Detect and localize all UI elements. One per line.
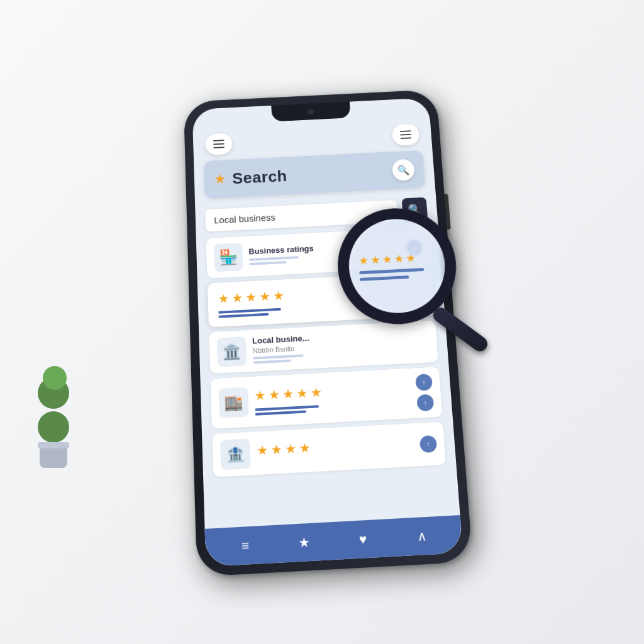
local-biz-info: Local busine... Nbtrbn Bsnllo bbox=[252, 327, 430, 364]
plant-decoration bbox=[38, 377, 69, 468]
bottom-biz-icon-1: 🏬 bbox=[218, 387, 248, 418]
content-area: Local business ▼ 🔍 🏪 bbox=[195, 191, 460, 529]
notch-camera bbox=[308, 109, 314, 115]
b-star-2: ★ bbox=[268, 386, 280, 402]
local-biz-line-2 bbox=[253, 359, 291, 364]
c-star-3: ★ bbox=[284, 441, 297, 457]
b-star-4: ★ bbox=[296, 385, 308, 401]
bottom-biz-left-2: 🏦 ★ ★ ★ ★ bbox=[220, 435, 311, 470]
phone-notch bbox=[271, 102, 350, 122]
stars-card-1[interactable]: ★ ★ ★ ★ ★ bbox=[208, 272, 435, 327]
bottom-biz-left: 🏬 ★ ★ ★ ★ ★ bbox=[218, 383, 323, 418]
bottom-biz-content-2: ★ ★ ★ ★ bbox=[256, 440, 311, 464]
nav-favorites-button[interactable]: ★ bbox=[291, 528, 318, 557]
menu-left-button[interactable] bbox=[205, 133, 233, 155]
ratings-info-button[interactable]: i bbox=[406, 240, 423, 256]
star-4: ★ bbox=[259, 289, 271, 304]
bottom-line-2 bbox=[255, 410, 306, 415]
nav-likes-button[interactable]: ♥ bbox=[349, 525, 377, 553]
search-magnifier-icon: 🔍 bbox=[397, 164, 410, 176]
star-2: ★ bbox=[231, 290, 243, 305]
info-icon: i bbox=[413, 243, 416, 253]
local-business-card[interactable]: 🏛️ Local busine... Nbtrbn Bsnllo bbox=[209, 321, 438, 374]
card1-line-1 bbox=[218, 308, 281, 314]
nav-star-icon: ★ bbox=[298, 534, 311, 551]
c-star-4: ★ bbox=[299, 440, 311, 456]
bottom-biz-icon-2: 🏦 bbox=[220, 438, 251, 470]
nav-menu-button[interactable]: ≡ bbox=[231, 531, 258, 560]
b-star-3: ★ bbox=[282, 386, 294, 401]
b-star-1: ★ bbox=[254, 387, 266, 403]
phone-screen: ★ Search 🔍 Local business ▼ bbox=[192, 97, 464, 567]
c-star-1: ★ bbox=[256, 442, 268, 458]
nav-heart-icon: ♥ bbox=[358, 531, 367, 547]
plant-pot bbox=[40, 445, 67, 468]
search-submit-button[interactable]: 🔍 bbox=[402, 197, 428, 223]
action-btn-info[interactable]: ↑ bbox=[416, 394, 434, 411]
b-star-5: ★ bbox=[310, 384, 322, 400]
search-header-left: ★ Search bbox=[214, 167, 288, 189]
phone-body: ★ Search 🔍 Local business ▼ bbox=[184, 89, 473, 577]
star-3: ★ bbox=[245, 289, 257, 304]
star-1: ★ bbox=[218, 291, 230, 306]
business-list: 🏪 Business ratings i bbox=[196, 226, 457, 477]
plant-bush-top bbox=[38, 377, 69, 409]
search-icon-button[interactable]: 🔍 bbox=[392, 159, 415, 181]
bottom-biz-lines bbox=[255, 404, 323, 415]
nav-menu-icon: ≡ bbox=[241, 538, 249, 553]
bottom-line-1 bbox=[255, 405, 319, 411]
header-star-icon: ★ bbox=[214, 171, 226, 187]
ratings-title: Business ratings bbox=[248, 244, 314, 257]
plant-bush-bottom bbox=[38, 411, 69, 443]
text-line-1 bbox=[249, 256, 299, 261]
input-clear-icon: ▼ bbox=[381, 207, 389, 216]
local-biz-line-1 bbox=[253, 354, 304, 359]
search-input-value: Local business bbox=[214, 212, 275, 225]
card1-line-2 bbox=[218, 313, 269, 318]
c-star-2: ★ bbox=[270, 441, 282, 458]
bottom-biz-content: ★ ★ ★ ★ ★ bbox=[254, 384, 323, 415]
search-input-box[interactable]: Local business ▼ bbox=[205, 199, 398, 231]
hamburger-right-icon bbox=[400, 130, 411, 139]
bottom-stars-row-2: ★ ★ ★ ★ bbox=[256, 440, 311, 458]
nav-up-icon: ∧ bbox=[416, 528, 427, 545]
action-btn-up[interactable]: ↑ bbox=[415, 374, 433, 391]
scene: ★ Search 🔍 Local business ▼ bbox=[0, 0, 644, 644]
action-btn-3[interactable]: ↑ bbox=[419, 435, 437, 453]
text-line-2 bbox=[249, 261, 286, 265]
star-5: ★ bbox=[273, 288, 285, 303]
nav-up-button[interactable]: ∧ bbox=[408, 522, 435, 550]
menu-right-button[interactable] bbox=[392, 124, 420, 146]
ratings-text-lines bbox=[249, 255, 314, 265]
bottom-action-buttons: ↑ ↑ bbox=[415, 374, 434, 411]
ratings-card-left: 🏪 Business ratings bbox=[214, 239, 315, 272]
phone-wrapper: ★ Search 🔍 Local business ▼ bbox=[184, 89, 473, 577]
search-btn-icon: 🔍 bbox=[408, 203, 422, 217]
local-biz-icon: 🏛️ bbox=[217, 336, 247, 367]
hamburger-left-icon bbox=[213, 140, 225, 148]
search-title: Search bbox=[232, 167, 287, 187]
ratings-info: Business ratings bbox=[248, 244, 314, 265]
bottom-stars-row-1: ★ ★ ★ ★ ★ bbox=[254, 384, 322, 403]
bottom-biz-card-2[interactable]: 🏦 ★ ★ ★ ★ ↑ bbox=[212, 422, 446, 477]
bottom-biz-card-1[interactable]: 🏬 ★ ★ ★ ★ ★ bbox=[211, 367, 443, 429]
business-store-icon: 🏪 bbox=[214, 243, 243, 272]
